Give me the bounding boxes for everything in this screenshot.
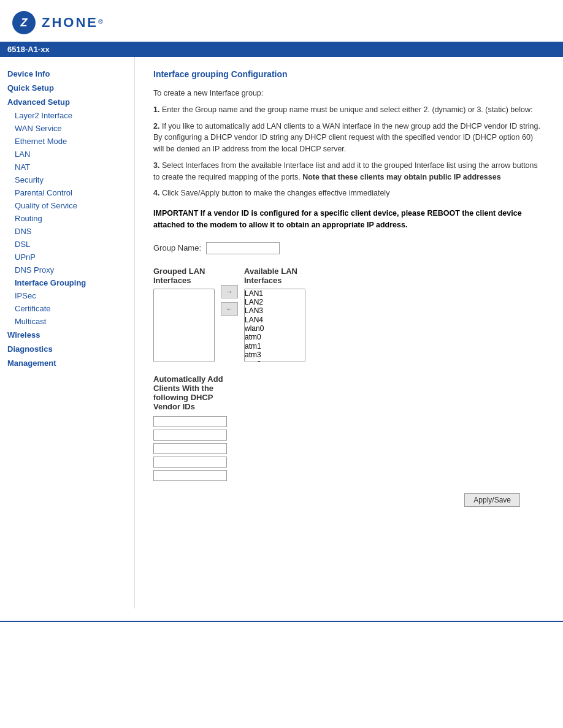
sidebar-item-upnp[interactable]: UPnP (0, 251, 134, 264)
available-lan-column: Available LANInterfaces LAN1LAN2LAN3LAN4… (244, 267, 324, 362)
instruction-1: 1. Enter the Group name and the group na… (153, 104, 545, 116)
dhcp-vendor-id-1[interactable] (153, 416, 227, 427)
instruction-4: 4. Click Save/Apply button to make the c… (153, 188, 545, 199)
important-block: IMPORTANT If a vendor ID is configured f… (153, 208, 545, 231)
sidebar-item-wireless[interactable]: Wireless (0, 328, 134, 342)
instruction-3: 3. Select Interfaces from the available … (153, 160, 545, 183)
logo-text: ZHONE® (42, 15, 103, 31)
grouped-lan-column: Grouped LANInterfaces (153, 267, 215, 362)
sidebar-item-multicast[interactable]: Multicast (0, 315, 134, 328)
logo-letter: Z (21, 17, 28, 29)
instruction-2: 2. If you like to automatically add LAN … (153, 121, 545, 155)
logo-area: Z ZHONE® (12, 11, 551, 34)
group-name-label: Group Name: (153, 243, 201, 252)
button-row: Apply/Save (153, 493, 545, 507)
group-name-input[interactable] (206, 242, 280, 254)
dhcp-inputs (153, 416, 545, 481)
available-lan-listbox[interactable]: LAN1LAN2LAN3LAN4wlan0atm0atm1atm3ppp0Non… (244, 289, 305, 362)
available-lan-title: Available LANInterfaces (244, 267, 324, 285)
header: Z ZHONE® (0, 0, 563, 42)
sidebar-item-dns[interactable]: DNS (0, 225, 134, 238)
sidebar-item-routing[interactable]: Routing (0, 212, 134, 225)
instructions: To create a new Interface group: 1. Ente… (153, 88, 545, 199)
instruction-intro: To create a new Interface group: (153, 88, 545, 99)
arrow-buttons: → ← (215, 267, 244, 316)
sidebar-item-dns-proxy[interactable]: DNS Proxy (0, 264, 134, 276)
sidebar-item-parental-control[interactable]: Parental Control (0, 186, 134, 199)
sidebar-item-dsl[interactable]: DSL (0, 238, 134, 251)
sidebar-item-quality-of-service[interactable]: Quality of Service (0, 199, 134, 212)
sidebar-item-quick-setup[interactable]: Quick Setup (0, 81, 134, 95)
footer-line (0, 621, 563, 622)
sidebar-item-diagnostics[interactable]: Diagnostics (0, 342, 134, 356)
grouped-lan-title: Grouped LANInterfaces (153, 267, 215, 285)
sidebar-item-ethernet-mode[interactable]: Ethernet Mode (0, 135, 134, 148)
dhcp-title: Automatically AddClients With thefollowi… (153, 374, 545, 411)
dhcp-vendor-id-5[interactable] (153, 470, 227, 481)
arrow-left-button[interactable]: ← (221, 302, 238, 316)
dhcp-vendor-id-3[interactable] (153, 443, 227, 454)
group-name-row: Group Name: (153, 242, 545, 254)
sidebar-item-layer2-interface[interactable]: Layer2 Interface (0, 109, 134, 122)
content: Interface grouping Configuration To crea… (135, 57, 563, 609)
sidebar-item-interface-grouping[interactable]: Interface Grouping (0, 276, 134, 289)
page-title: Interface grouping Configuration (153, 69, 545, 79)
sidebar-item-security[interactable]: Security (0, 173, 134, 186)
lan-section: Grouped LANInterfaces → ← Available LANI… (153, 267, 545, 362)
sidebar-item-wan-service[interactable]: WAN Service (0, 122, 134, 135)
apply-save-button[interactable]: Apply/Save (464, 493, 520, 507)
grouped-lan-listbox[interactable] (153, 289, 215, 362)
logo-icon: Z (12, 11, 36, 34)
sidebar-item-lan[interactable]: LAN (0, 148, 134, 161)
dhcp-vendor-id-2[interactable] (153, 430, 227, 441)
model-number: 6518-A1-xx (7, 45, 50, 54)
sidebar-item-certificate[interactable]: Certificate (0, 302, 134, 315)
sidebar: Device Info Quick Setup Advanced Setup L… (0, 57, 135, 609)
model-bar: 6518-A1-xx (0, 42, 563, 57)
sidebar-item-device-info[interactable]: Device Info (0, 67, 134, 81)
sidebar-item-advanced-setup[interactable]: Advanced Setup (0, 95, 134, 109)
arrow-right-button[interactable]: → (221, 285, 238, 298)
sidebar-item-nat[interactable]: NAT (0, 161, 134, 173)
main-layout: Device Info Quick Setup Advanced Setup L… (0, 57, 563, 609)
dhcp-section: Automatically AddClients With thefollowi… (153, 374, 545, 481)
sidebar-item-management[interactable]: Management (0, 356, 134, 370)
sidebar-item-ipsec[interactable]: IPSec (0, 289, 134, 302)
dhcp-vendor-id-4[interactable] (153, 457, 227, 468)
